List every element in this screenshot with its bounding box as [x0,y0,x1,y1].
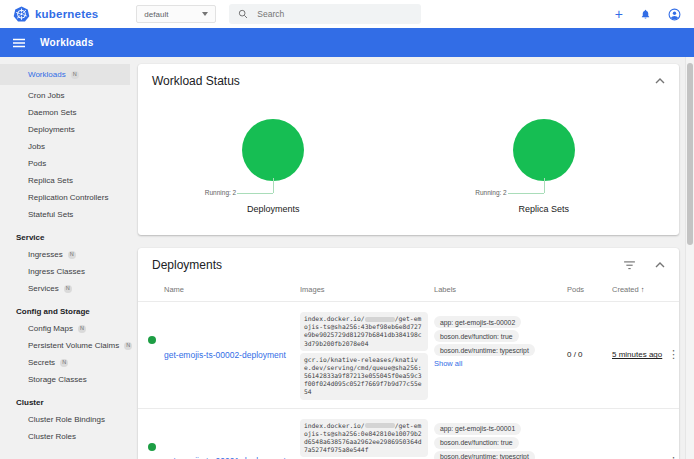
redacted-text [365,423,395,428]
filter-icon[interactable] [624,261,635,270]
sidebar-item-storage-classes[interactable]: Storage Classes [0,371,130,388]
created-timestamp: 5 minutes ago [612,350,668,359]
sidebar-item-replica-sets[interactable]: Replica Sets [0,172,130,189]
sidebar-section-cluster: Cluster [0,394,130,411]
deployments-status-chart: Running: 2 Deployments [173,119,373,214]
sidebar-item-deployments[interactable]: Deployments [0,121,130,138]
legend-connector-line [237,193,273,194]
pods-count: 0 / 0 [567,350,612,359]
search-icon [238,9,248,19]
kubernetes-logo-icon [13,6,30,23]
label-chip: boson.dev/function: true [434,437,519,449]
workload-status-card: Workload Status Running: 2 [138,64,679,235]
deployment-name-link[interactable]: get-emojis-ts-00002-deployment [164,350,300,360]
create-resource-button[interactable]: + [615,7,623,21]
sidebar-section-config-and-storage: Config and Storage [0,303,130,320]
image-chip: gcr.io/knative-releases/knative.dev/serv… [300,353,428,400]
page-title: Workloads [40,37,94,48]
sort-ascending-icon: ↑ [641,285,645,294]
hamburger-menu-icon[interactable] [13,38,25,48]
chart-title: Deployments [173,204,373,214]
scrollbar-thumb[interactable] [687,63,693,245]
image-chip: index.docker.io//get-emojis-ts@sha256:0e… [300,419,428,458]
sidebar-item-ingresses[interactable]: IngressesN [0,246,130,263]
sidebar-item-cluster-role-bindings[interactable]: Cluster Role Bindings [0,411,130,428]
column-header-created[interactable]: Created↑ [612,285,668,294]
column-header-name[interactable]: Name [164,285,300,294]
collapse-card-icon[interactable] [655,78,665,84]
sidebar: WorkloadsN Cron Jobs Daemon Sets Deploym… [0,57,130,459]
table-header: Name Images Labels Pods Created↑ [138,277,679,301]
sidebar-item-daemon-sets[interactable]: Daemon Sets [0,104,130,121]
sidebar-item-persistent-volume-claims[interactable]: Persistent Volume ClaimsN [0,337,130,354]
sidebar-item-workloads[interactable]: WorkloadsN [0,64,130,85]
column-header-pods[interactable]: Pods [567,285,612,294]
legend-connector-line [508,193,544,194]
notifications-bell-icon[interactable] [640,8,651,20]
label-chip: app: get-emojis-ts-00002 [434,316,521,328]
sidebar-item-cron-jobs[interactable]: Cron Jobs [0,87,130,104]
kubernetes-dashboard: kubernetes default + [0,0,694,459]
namespaced-badge: N [64,285,72,294]
pie-legend-label: Running: 2 [475,189,506,196]
namespaced-badge: N [68,251,76,260]
chevron-down-icon [202,12,208,16]
user-account-icon[interactable] [668,8,681,21]
brand-name: kubernetes [35,8,98,20]
namespace-selected-value: default [144,10,168,19]
column-header-images[interactable]: Images [300,285,434,294]
labels-cell: app: get-emojis-ts-00002 boson.dev/funct… [434,308,567,368]
sidebar-item-pods[interactable]: Pods [0,155,130,172]
legend-connector-line [273,178,274,193]
deployments-title: Deployments [152,258,222,272]
deployments-card: Deployments Name [138,248,679,459]
sidebar-section-service: Service [0,229,130,246]
brand[interactable]: kubernetes [13,6,98,23]
legend-connector-line [544,178,545,193]
search-bar[interactable] [229,4,421,24]
main-content: Workload Status Running: 2 [130,57,694,459]
header-actions: + [615,7,681,21]
label-chip: app: get-emojis-ts-00001 [434,423,521,435]
sidebar-item-services[interactable]: ServicesN [0,280,130,297]
sidebar-item-stateful-sets[interactable]: Stateful Sets [0,206,130,223]
sidebar-item-jobs[interactable]: Jobs [0,138,130,155]
app-toolbar: Workloads [0,28,694,57]
sidebar-item-ingress-classes[interactable]: Ingress Classes [0,263,130,280]
workload-status-title: Workload Status [152,74,240,88]
namespaced-badge: N [78,325,86,334]
label-chip: boson.dev/runtime: typescript [434,451,535,459]
top-header: kubernetes default + [0,0,694,28]
redacted-text [365,317,395,322]
image-chip: index.docker.io//get-emojis-ts@sha256:43… [300,312,428,351]
collapse-card-icon[interactable] [655,262,665,268]
table-row: get-emojis-ts-00002-deployment index.doc… [138,301,679,408]
namespaced-badge: N [60,359,68,368]
sidebar-item-config-maps[interactable]: Config MapsN [0,320,130,337]
search-input[interactable] [257,9,412,19]
column-header-labels[interactable]: Labels [434,285,567,294]
images-cell: index.docker.io//get-emojis-ts@sha256:0e… [300,415,434,459]
page-scrollbar[interactable] [685,57,694,459]
labels-cell: app: get-emojis-ts-00001 boson.dev/funct… [434,415,567,459]
sidebar-item-secrets[interactable]: SecretsN [0,354,130,371]
label-chip: boson.dev/runtime: typescript [434,344,535,356]
replica-sets-status-chart: Running: 2 Replica Sets [444,119,644,214]
label-chip: boson.dev/function: true [434,330,519,342]
status-running-icon [148,443,156,451]
row-menu-kebab-icon[interactable]: ⋮ [668,349,679,360]
table-row: get-emojis-ts-00001-deployment index.doc… [138,408,679,459]
namespace-selector[interactable]: default [136,5,216,23]
chart-title: Replica Sets [444,204,644,214]
pie-legend-label: Running: 2 [205,189,236,196]
status-running-icon [148,336,156,344]
sidebar-item-replication-controllers[interactable]: Replication Controllers [0,189,130,206]
show-all-labels-link[interactable]: Show all [434,359,567,368]
sidebar-item-cluster-roles[interactable]: Cluster Roles [0,428,130,445]
images-cell: index.docker.io//get-emojis-ts@sha256:43… [300,308,434,402]
namespaced-badge: N [71,71,79,80]
pie-chart-deployments [242,119,304,181]
pie-chart-replica-sets [513,119,575,181]
